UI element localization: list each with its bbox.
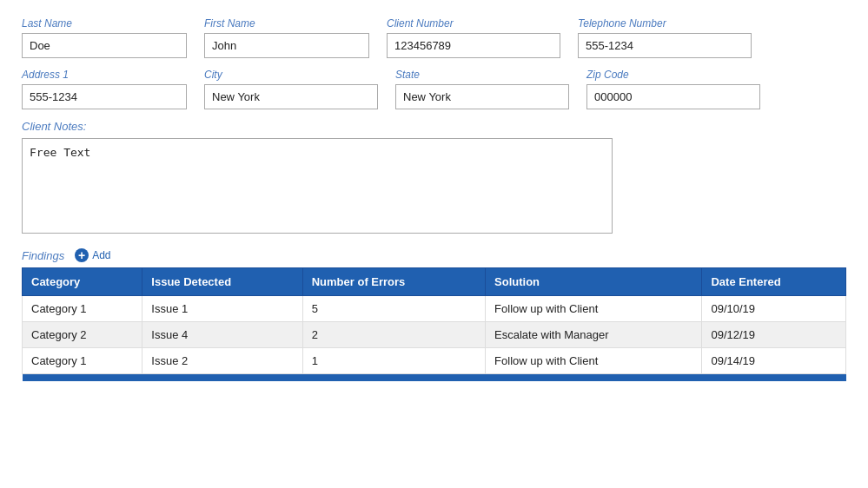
zip-label: Zip Code: [586, 69, 760, 81]
add-label: Add: [92, 249, 110, 261]
client-notes-label: Client Notes:: [22, 120, 846, 133]
cell-category: Category 1: [23, 296, 142, 322]
cell-solution: Follow up with Client: [486, 296, 702, 322]
col-issue-detected: Issue Detected: [142, 268, 302, 296]
table-row: Category 2Issue 42Escalate with Manager0…: [23, 322, 846, 348]
cell-date: 09/12/19: [702, 322, 846, 348]
client-notes-textarea[interactable]: Free Text: [22, 138, 613, 234]
last-name-label: Last Name: [22, 17, 187, 30]
address1-input[interactable]: [22, 84, 187, 109]
cell-issue: Issue 4: [142, 322, 302, 348]
cell-category: Category 1: [23, 348, 142, 374]
form-row-1: Last Name First Name Client Number Telep…: [22, 17, 846, 58]
add-icon: +: [75, 248, 89, 262]
client-number-input[interactable]: [387, 33, 560, 58]
cell-solution: Escalate with Manager: [486, 322, 702, 348]
address1-label: Address 1: [22, 69, 187, 81]
city-input[interactable]: [204, 84, 378, 109]
cell-issue: Issue 2: [142, 348, 302, 374]
cell-errors: 1: [302, 348, 485, 374]
table-header-row: Category Issue Detected Number of Errors…: [23, 268, 846, 296]
findings-table: Category Issue Detected Number of Errors…: [22, 267, 846, 381]
last-name-input[interactable]: [22, 33, 187, 58]
col-number-of-errors: Number of Errors: [302, 268, 485, 296]
client-notes-group: Client Notes: Free Text: [22, 120, 846, 236]
cell-solution: Follow up with Client: [486, 348, 702, 374]
address1-group: Address 1: [22, 69, 187, 109]
zip-group: Zip Code: [586, 69, 760, 109]
state-label: State: [395, 69, 569, 81]
cell-date: 09/10/19: [702, 296, 846, 322]
telephone-group: Telephone Number: [578, 17, 752, 58]
state-group: State: [395, 69, 569, 109]
cell-category: Category 2: [23, 322, 142, 348]
add-button[interactable]: + Add: [75, 248, 110, 262]
col-solution: Solution: [486, 268, 702, 296]
client-number-group: Client Number: [387, 17, 560, 58]
telephone-input[interactable]: [578, 33, 752, 58]
cell-issue: Issue 1: [142, 296, 302, 322]
table-row: Category 1Issue 15Follow up with Client0…: [23, 296, 846, 322]
table-row: Category 1Issue 21Follow up with Client0…: [23, 348, 846, 374]
telephone-label: Telephone Number: [578, 17, 752, 30]
cell-date: 09/14/19: [702, 348, 846, 374]
col-date-entered: Date Entered: [702, 268, 846, 296]
form-row-2: Address 1 City State Zip Code: [22, 69, 846, 109]
cell-errors: 2: [302, 322, 485, 348]
city-label: City: [204, 69, 378, 81]
table-footer-row: [23, 374, 846, 381]
client-number-label: Client Number: [387, 17, 560, 30]
first-name-label: First Name: [204, 17, 369, 30]
first-name-input[interactable]: [204, 33, 369, 58]
findings-header: Findings + Add: [22, 248, 846, 262]
first-name-group: First Name: [204, 17, 369, 58]
findings-title: Findings: [22, 249, 64, 262]
last-name-group: Last Name: [22, 17, 187, 58]
form-section: Last Name First Name Client Number Telep…: [22, 17, 846, 236]
col-category: Category: [23, 268, 142, 296]
cell-errors: 5: [302, 296, 485, 322]
zip-input[interactable]: [586, 84, 760, 109]
city-group: City: [204, 69, 378, 109]
state-input[interactable]: [395, 84, 569, 109]
